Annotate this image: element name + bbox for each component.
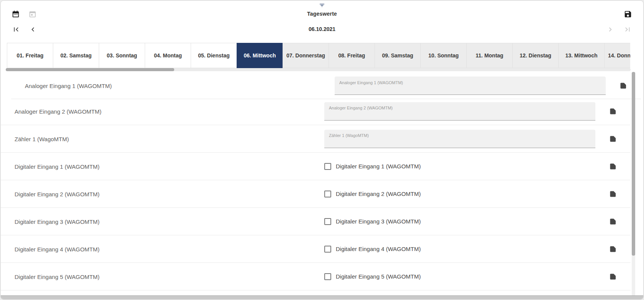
note-copy-icon <box>609 245 617 253</box>
table-row: Analoger Eingang 2 (WAGOMTM) <box>1 98 631 125</box>
tab-day-03[interactable]: 03. Sonntag <box>99 43 145 68</box>
tab-day-04[interactable]: 04. Montag <box>145 43 191 68</box>
copy-note-button[interactable] <box>608 272 618 282</box>
tab-label: 05. Dienstag <box>198 52 229 59</box>
tab-day-01[interactable]: 01. Freitag <box>7 43 53 68</box>
tab-label: 02. Samstag <box>60 52 92 59</box>
app-window: Tageswerte 06.10.202 <box>0 0 644 300</box>
current-date: 06.10.2021 <box>309 26 335 32</box>
tab-day-02[interactable]: 02. Samstag <box>53 43 99 68</box>
tab-label: 03. Sonntag <box>107 52 137 59</box>
value-rows: Analoger Eingang 1 (WAGOMTM) Analoger Ei… <box>1 71 631 290</box>
table-row: Digitaler Eingang 4 (WAGOMTM) Digitaler … <box>1 235 631 263</box>
row-label: Digitaler Eingang 1 (WAGOMTM) <box>15 163 100 170</box>
tab-label: 07. Donnerstag <box>286 52 325 59</box>
table-row: Digitaler Eingang 1 (WAGOMTM) Digitaler … <box>1 153 631 180</box>
row-label: Analoger Eingang 2 (WAGOMTM) <box>15 108 101 114</box>
digital-input-5-checkbox[interactable] <box>324 273 331 280</box>
counter-1-field[interactable] <box>324 130 595 148</box>
vertical-scrollbar[interactable] <box>632 72 635 296</box>
tab-day-13[interactable]: 13. Mittwoch <box>558 43 605 68</box>
checkbox-label: Digitaler Eingang 2 (WAGOMTM) <box>336 191 421 197</box>
first-day-button[interactable] <box>11 24 21 34</box>
copy-note-button[interactable] <box>608 134 618 144</box>
row-label: Digitaler Eingang 2 (WAGOMTM) <box>15 191 100 197</box>
tab-day-09[interactable]: 09. Samstag <box>374 43 421 68</box>
last-day-button[interactable] <box>623 24 633 34</box>
bottom-horizontal-scrollbar[interactable] <box>1 295 643 299</box>
table-row: Digitaler Eingang 3 (WAGOMTM) Digitaler … <box>1 208 631 235</box>
tab-day-12[interactable]: 12. Dienstag <box>512 43 559 68</box>
row-label: Digitaler Eingang 5 (WAGOMTM) <box>15 273 100 280</box>
copy-note-button[interactable] <box>608 161 618 171</box>
tab-day-07[interactable]: 07. Donnerstag <box>283 43 329 68</box>
tab-day-11[interactable]: 11. Montag <box>466 43 513 68</box>
tab-label: 06. Mittwoch <box>244 52 276 59</box>
tab-day-08[interactable]: 08. Freitag <box>329 43 375 68</box>
tab-label: 01. Freitag <box>16 52 43 59</box>
page-title-block: Tageswerte <box>307 2 337 17</box>
table-row: Analoger Eingang 1 (WAGOMTM) <box>11 73 641 99</box>
table-row: Digitaler Eingang 2 (WAGOMTM) Digitaler … <box>1 180 631 208</box>
tab-day-14[interactable]: 14. Donnerstag <box>604 43 630 68</box>
analog-input-1-field[interactable] <box>335 77 606 95</box>
first-page-icon <box>12 25 20 34</box>
copy-note-button[interactable] <box>608 244 618 254</box>
tab-label: 08. Freitag <box>338 52 365 59</box>
row-label: Zähler 1 (WagoMTM) <box>15 135 69 142</box>
tab-label: 11. Montag <box>476 52 503 59</box>
analog-input-2-field[interactable] <box>324 102 595 121</box>
page-title: Tageswerte <box>307 11 337 17</box>
top-bar: Tageswerte <box>1 1 643 23</box>
next-day-button[interactable] <box>605 24 615 34</box>
checkbox-label: Digitaler Eingang 5 (WAGOMTM) <box>336 273 421 280</box>
tab-label: 14. Donnerstag <box>608 52 630 59</box>
note-copy-icon <box>609 163 617 170</box>
row-label: Analoger Eingang 1 (WAGOMTM) <box>25 83 112 89</box>
checkbox-label: Digitaler Eingang 1 (WAGOMTM) <box>336 163 421 170</box>
calendar-month-button[interactable] <box>11 9 21 19</box>
calendar-month-icon <box>11 10 20 18</box>
note-copy-icon <box>609 135 617 143</box>
date-navigation-row: 06.10.2021 <box>1 23 643 38</box>
copy-note-button[interactable] <box>618 81 628 91</box>
last-page-icon <box>623 25 632 34</box>
tab-day-05[interactable]: 05. Dienstag <box>191 43 237 68</box>
digital-input-4-checkbox[interactable] <box>324 246 331 253</box>
note-copy-icon <box>609 273 617 280</box>
tab-label: 04. Montag <box>154 52 182 59</box>
copy-note-button[interactable] <box>608 217 618 227</box>
filter-list-icon[interactable] <box>318 2 326 8</box>
vertical-scrollbar-thumb[interactable] <box>632 72 635 256</box>
chevron-left-icon <box>29 25 37 34</box>
row-label: Digitaler Eingang 3 (WAGOMTM) <box>15 218 100 225</box>
calendar-today-icon <box>28 10 37 18</box>
table-row: Digitaler Eingang 5 (WAGOMTM) Digitaler … <box>1 263 631 290</box>
checkbox-label: Digitaler Eingang 3 (WAGOMTM) <box>336 218 421 225</box>
tab-strip-horizontal-scrollbar[interactable] <box>6 68 631 71</box>
tab-day-06-selected[interactable]: 06. Mittwoch <box>237 43 283 68</box>
tab-label: 09. Samstag <box>382 52 414 59</box>
save-icon <box>624 10 632 18</box>
tab-label: 10. Sonntag <box>428 52 459 59</box>
table-row: Zähler 1 (WagoMTM) <box>1 125 631 153</box>
horizontal-scrollbar-thumb[interactable] <box>6 68 174 71</box>
digital-input-2-checkbox[interactable] <box>324 191 331 197</box>
note-copy-icon <box>609 218 617 225</box>
day-tab-strip: 01. Freitag 02. Samstag 03. Sonntag 04. … <box>7 43 630 68</box>
previous-day-button[interactable] <box>28 24 38 34</box>
chevron-right-icon <box>606 25 615 34</box>
tab-label: 13. Mittwoch <box>565 52 597 59</box>
checkbox-label: Digitaler Eingang 4 (WAGOMTM) <box>336 246 421 252</box>
digital-input-3-checkbox[interactable] <box>324 218 331 225</box>
calendar-today-button[interactable] <box>28 9 38 19</box>
copy-note-button[interactable] <box>608 106 618 116</box>
save-button[interactable] <box>623 9 633 19</box>
copy-note-button[interactable] <box>608 189 618 199</box>
tab-day-10[interactable]: 10. Sonntag <box>420 43 467 68</box>
note-copy-icon <box>609 190 617 198</box>
note-copy-icon <box>619 82 627 90</box>
note-copy-icon <box>609 108 617 115</box>
tab-label: 12. Dienstag <box>520 52 551 59</box>
digital-input-1-checkbox[interactable] <box>324 163 331 170</box>
